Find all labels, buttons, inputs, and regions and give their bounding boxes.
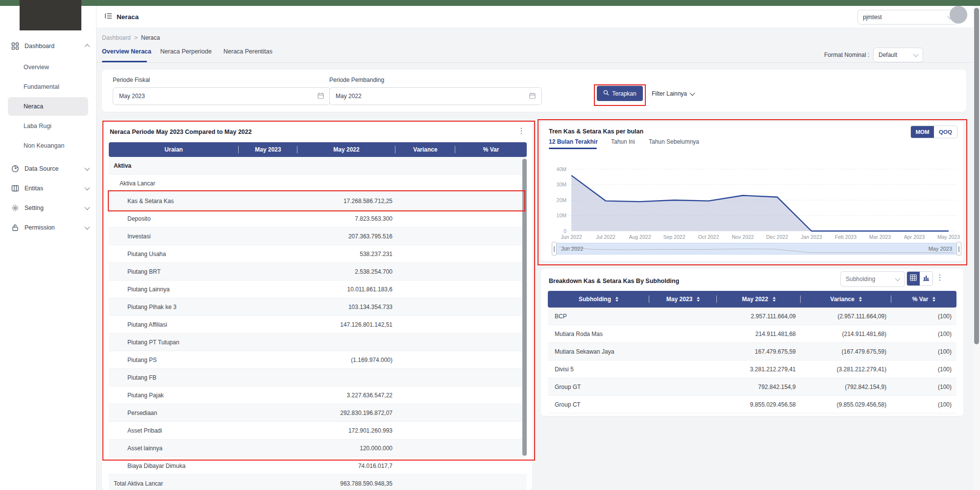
sidebar-item-overview[interactable]: Overview: [8, 58, 88, 77]
tab-neraca-perperiode[interactable]: Neraca Perperiode: [160, 48, 212, 61]
qoq-toggle-button[interactable]: QOQ: [934, 126, 957, 138]
column-header-may-2022[interactable]: May 2022: [717, 291, 801, 308]
table-row-deposito[interactable]: Deposito7.823.563.300: [109, 210, 527, 228]
sidebar-item-data-source[interactable]: Data Source: [0, 159, 96, 179]
row-label: Piutang Affiliasi: [109, 321, 239, 328]
cell-may-2022: 792.842.154,9: [717, 384, 801, 390]
mom-qoq-toggle: MOM QOQ: [910, 126, 957, 138]
table-row-total-aktiva-lancar[interactable]: Total Aktiva Lancar963.788.590.948,35: [109, 475, 527, 490]
breadcrumb-item[interactable]: Dashboard: [102, 34, 131, 41]
table-row-piutang-pajak[interactable]: Piutang Pajak3.227.636.547,22: [109, 387, 527, 404]
table-row-piutang-affiliasi[interactable]: Piutang Affiliasi147.126.801.142,51: [109, 316, 527, 334]
table-row-kas-setara-kas[interactable]: Kas & Setara Kas17.268.586.712,25: [109, 192, 527, 210]
column-header-may-2023[interactable]: May 2023: [649, 291, 717, 308]
page-menu-icon[interactable]: [105, 13, 112, 21]
chevron-down-icon: [84, 205, 90, 210]
table-row-piutang-lainnya[interactable]: Piutang Lainnya10.011.861.183,6: [109, 281, 527, 298]
sidebar-item-fundamental[interactable]: Fundamental: [8, 77, 88, 96]
table-row-persediaan[interactable]: Persediaan292.830.196.872,07: [109, 404, 527, 422]
table-row-piutang-brt[interactable]: Piutang BRT2.538.254.700: [109, 263, 527, 281]
calendar-icon: [318, 92, 324, 101]
mom-toggle-button[interactable]: MOM: [911, 126, 934, 138]
cell-may-2022: 17.268.586.712,25: [297, 198, 395, 205]
table-scrollbar-thumb[interactable]: [522, 159, 527, 456]
row-label: Asset Pribadi: [109, 427, 239, 434]
sidebar-item-neraca[interactable]: Neraca: [8, 97, 88, 116]
view-toggle: [906, 271, 933, 286]
table-grid-icon: [910, 274, 917, 283]
cell-subholding: Mutiara Sekawan Jaya: [548, 348, 649, 355]
cell-pct-var: (100): [891, 366, 956, 373]
cell-may-2022: 7.823.563.300: [297, 215, 395, 222]
tab-neraca-perentitas[interactable]: Neraca Perentitas: [223, 48, 272, 61]
slider-handle-left[interactable]: [552, 242, 557, 256]
sidebar-item-setting[interactable]: Setting: [0, 198, 96, 218]
neraca-table-card: Neraca Periode May 2023 Compared to May …: [102, 121, 532, 490]
column-header-var[interactable]: % Var: [891, 291, 956, 308]
tab-tahun-ini[interactable]: Tahun Ini: [611, 138, 635, 145]
workspace-select[interactable]: pjmtest: [858, 10, 957, 25]
table-row-investasi[interactable]: Investasi207.363.795.516: [109, 228, 527, 245]
svg-text:Aug 2022: Aug 2022: [629, 234, 651, 240]
tab-12-bulan-terakhir[interactable]: 12 Bulan Terakhir: [549, 138, 598, 145]
column-header-var: % Var: [455, 142, 527, 157]
breakdown-group-select[interactable]: Subholding: [840, 271, 905, 287]
column-header-variance[interactable]: Variance: [801, 291, 891, 308]
periode-fiskal-input[interactable]: May 2023: [113, 87, 330, 105]
chevron-down-icon: [84, 185, 90, 190]
sort-icon[interactable]: [615, 297, 618, 302]
periode-pembanding-input[interactable]: May 2022: [329, 87, 542, 105]
header-bar: Neraca pjmtest: [96, 6, 980, 27]
table-row-divisi-5[interactable]: Divisi 53.281.212.279,41(3.281.212.279,4…: [548, 361, 956, 378]
sort-icon[interactable]: [773, 297, 776, 302]
cell-pct-var: (100): [891, 401, 956, 408]
table-row-biaya-dibayar-dimuka[interactable]: Biaya Dibayar Dimuka74.016.017,7: [109, 457, 527, 475]
terapkan-button[interactable]: Terapkan: [597, 86, 643, 101]
format-nominal-select[interactable]: Default: [873, 48, 923, 62]
table-row-bcp[interactable]: BCP2.957.111.664,09(2.957.111.664,09)(10…: [548, 308, 956, 325]
sidebar-item-dashboard[interactable]: Dashboard: [0, 36, 96, 56]
table-row-group-gt[interactable]: Group GT792.842.154,9(792.842.154,9)(100…: [548, 378, 956, 396]
table-row-aktiva-lancar[interactable]: Aktiva Lancar: [109, 175, 527, 192]
row-label: Aktiva: [109, 162, 239, 169]
table-row-piutang-pihak-ke-3[interactable]: Piutang Pihak ke 3103.134.354.733: [109, 298, 527, 316]
column-header-label: % Var: [912, 296, 929, 303]
table-row-asset-pribadi[interactable]: Asset Pribadi172.901.260.993: [109, 422, 527, 439]
chart-view-button[interactable]: [920, 272, 932, 285]
sort-icon[interactable]: [932, 297, 935, 302]
table-row-piutang-pt-tutupan[interactable]: Piutang PT Tutupan: [109, 334, 527, 351]
table-row-aktiva[interactable]: Aktiva: [109, 157, 527, 175]
tab-overview-neraca[interactable]: Overview Neraca: [102, 48, 151, 61]
kebab-menu-icon[interactable]: ⋮: [936, 274, 944, 282]
cell-pct-var: (100): [891, 313, 956, 320]
page-scrollbar-thumb[interactable]: [974, 8, 979, 344]
table-row-mutiara-sekawan-jaya[interactable]: Mutiara Sekawan Jaya167.479.675,59(167.4…: [548, 343, 956, 361]
breakdown-table-header: SubholdingMay 2023May 2022Variance% Var: [548, 291, 956, 308]
sidebar-groups: Data SourceEntitasSettingPermission: [0, 159, 96, 237]
svg-text:40M: 40M: [557, 166, 566, 172]
table-row-mutiara-roda-mas[interactable]: Mutiara Roda Mas214.911.481,68(214.911.4…: [548, 325, 956, 343]
sort-icon[interactable]: [859, 297, 862, 302]
table-row-piutang-ps[interactable]: Piutang PS(1.169.974.000): [109, 351, 527, 369]
table-view-button[interactable]: [907, 272, 920, 285]
sidebar-item-laba-rugi[interactable]: Laba Rugi: [8, 117, 88, 135]
sidebar-item-permission[interactable]: Permission: [0, 218, 96, 237]
trend-chart-svg: 010M20M30M40MJun 2022Jul 2022Aug 2022Sep…: [543, 156, 961, 242]
avatar[interactable]: [950, 6, 967, 24]
table-row-asset-lainnya[interactable]: Asset lainnya120.000.000: [109, 439, 527, 457]
chart-range-slider[interactable]: Jun 2022 May 2023: [554, 243, 959, 255]
column-header-uraian: Uraian: [109, 142, 239, 157]
kebab-menu-icon[interactable]: ⋮: [517, 127, 525, 135]
column-header-subholding[interactable]: Subholding: [548, 291, 649, 308]
tab-tahun-sebelumnya[interactable]: Tahun Sebelumnya: [649, 138, 699, 145]
cell-pct-var: (100): [891, 331, 956, 337]
table-row-piutang-fb[interactable]: Piutang FB: [109, 369, 527, 387]
filter-lainnya-button[interactable]: Filter Lainnya: [652, 86, 694, 101]
table-row-group-ct[interactable]: Group CT9.855.029.456,58(9.855.029.456,5…: [548, 396, 956, 413]
sidebar-item-entitas[interactable]: Entitas: [0, 179, 96, 198]
sort-icon[interactable]: [697, 297, 700, 302]
sidebar-item-non-keuangan[interactable]: Non Keuangan: [8, 136, 88, 155]
chevron-down-icon: [84, 224, 90, 230]
table-row-piutang-usaha[interactable]: Piutang Usaha538.237.231: [109, 245, 527, 263]
slider-handle-right[interactable]: [956, 242, 961, 256]
